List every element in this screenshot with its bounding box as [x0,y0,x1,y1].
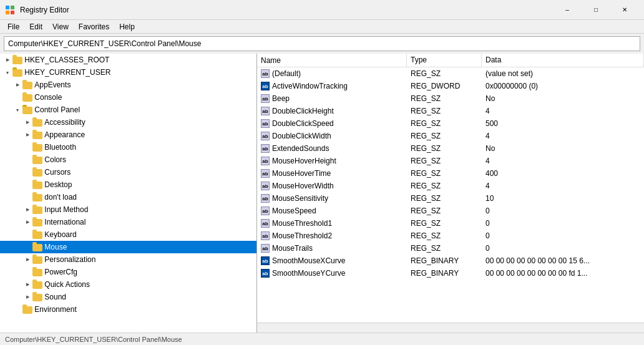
detail-row[interactable]: abMouseSpeedREG_SZ0 [257,205,644,217]
detail-row[interactable]: abMouseThreshold2REG_SZ0 [257,230,644,242]
expand-appearance[interactable] [22,129,32,141]
expand-hkcr[interactable] [2,54,12,66]
svg-rect-2 [6,11,9,14]
cell-name: abDoubleClickHeight [257,106,407,115]
detail-row[interactable]: abMouseTrailsREG_SZ0 [257,242,644,255]
expand-appevents[interactable] [12,79,22,91]
detail-row[interactable]: abMouseSensitivityREG_SZ10 [257,192,644,205]
detail-rows[interactable]: ab(Default)REG_SZ(value not set)abActive… [257,67,644,323]
cell-data: 4 [482,157,644,165]
tree-item-powercfg[interactable]: PowerCfg [0,266,256,278]
tree-item-appearance[interactable]: Appearance [0,129,256,141]
cell-name: abMouseThreshold2 [257,231,407,240]
detail-row[interactable]: abExtendedSoundsREG_SZNo [257,142,644,155]
expand-hkcu[interactable] [2,66,12,79]
menu-favorites[interactable]: Favorites [74,21,114,32]
cell-type: REG_SZ [407,144,482,153]
menu-help[interactable]: Help [114,21,140,32]
cell-data: 0x00000000 (0) [482,82,644,90]
expand-personalization[interactable] [22,253,32,266]
window-controls: – □ ✕ [553,0,639,20]
col-header-type[interactable]: Type [407,54,482,67]
tree-item-international[interactable]: International [0,216,256,228]
col-header-data[interactable]: Data [482,54,644,67]
expand-controlpanel[interactable] [12,104,22,116]
detail-hscroll[interactable] [257,323,644,333]
expand-quickactions[interactable] [22,278,32,291]
detail-row[interactable]: abMouseHoverWidthREG_SZ4 [257,180,644,192]
detail-row[interactable]: abMouseThreshold1REG_SZ0 [257,217,644,230]
close-button[interactable]: ✕ [610,0,639,20]
col-header-name[interactable]: Name [257,54,407,67]
tree-item-inputmethod[interactable]: Input Method [0,203,256,216]
tree-label-personalization: Personalization [44,255,95,264]
tree-item-keyboard[interactable]: Keyboard [0,228,256,241]
cell-type: REG_SZ [407,207,482,215]
menu-file[interactable]: File [2,21,24,32]
cell-name: abMouseHoverHeight [257,156,407,165]
cell-data: 0 [482,231,644,240]
tree-label-hkcr: HKEY_CLASSES_ROOT [24,56,109,64]
tree-item-colors[interactable]: Colors [0,153,256,166]
cell-type: REG_SZ [407,219,482,228]
cell-type: REG_SZ [407,157,482,165]
reg-value-icon: ab [261,119,270,128]
tree-label-sound: Sound [44,293,66,301]
tree-item-accessibility[interactable]: Accessibility [0,116,256,129]
reg-value-icon: ab [261,181,270,190]
expand-accessibility[interactable] [22,116,32,129]
title-bar: Registry Editor – □ ✕ [0,0,644,20]
tree-pane: HKEY_CLASSES_ROOT HKEY_CURRENT_USER AppE… [0,54,257,333]
detail-row[interactable]: abDoubleClickSpeedREG_SZ500 [257,117,644,130]
detail-row[interactable]: ab(Default)REG_SZ(value not set) [257,67,644,80]
tree-item-sound[interactable]: Sound [0,291,256,303]
cell-data: 4 [482,132,644,140]
detail-row[interactable]: abSmoothMouseXCurveREG_BINARY00 00 00 00… [257,255,644,267]
reg-value-icon: ab [261,231,270,240]
tree-label-accessibility: Accessibility [44,118,85,127]
tree-item-hkcr[interactable]: HKEY_CLASSES_ROOT [0,54,256,66]
tree-item-quickactions[interactable]: Quick Actions [0,278,256,291]
minimize-button[interactable]: – [553,0,582,20]
tree-label-inputmethod: Input Method [44,205,88,214]
address-bar[interactable]: Computer\HKEY_CURRENT_USER\Control Panel… [4,36,640,51]
detail-row[interactable]: abDoubleClickWidthREG_SZ4 [257,130,644,142]
folder-icon-dontload [32,194,42,202]
tree-item-environment[interactable]: Environment [0,303,256,316]
tree-item-controlpanel[interactable]: Control Panel [0,104,256,116]
detail-row[interactable]: abMouseHoverTimeREG_SZ400 [257,167,644,180]
expand-keyboard [22,228,32,241]
expand-bluetooth [22,141,32,153]
detail-row[interactable]: abDoubleClickHeightREG_SZ4 [257,105,644,117]
tree-item-cursors[interactable]: Cursors [0,166,256,178]
tree-item-personalization[interactable]: Personalization [0,253,256,266]
detail-row[interactable]: abBeepREG_SZNo [257,92,644,105]
tree-item-hkcu[interactable]: HKEY_CURRENT_USER [0,66,256,79]
detail-row[interactable]: abSmoothMouseYCurveREG_BINARY00 00 00 00… [257,267,644,279]
detail-header: Name Type Data [257,54,644,67]
tree-label-bluetooth: Bluetooth [44,143,76,152]
tree-item-desktop[interactable]: Desktop [0,178,256,191]
detail-row[interactable]: abMouseHoverHeightREG_SZ4 [257,155,644,167]
maximize-button[interactable]: □ [582,0,610,20]
menu-edit[interactable]: Edit [24,21,47,32]
tree-item-mouse[interactable]: Mouse [0,241,256,253]
detail-row[interactable]: abActiveWindowTrackingREG_DWORD0x0000000… [257,80,644,92]
expand-international[interactable] [22,216,32,228]
tree-item-bluetooth[interactable]: Bluetooth [0,141,256,153]
tree-label-console: Console [34,93,62,102]
folder-icon-cursors [32,169,42,177]
cell-data: 00 00 00 00 00 00 00 00 15 6... [482,256,644,265]
folder-icon-keyboard [32,231,42,239]
tree-scroll[interactable]: HKEY_CLASSES_ROOT HKEY_CURRENT_USER AppE… [0,54,256,333]
tree-item-console[interactable]: Console [0,91,256,104]
cell-data: 4 [482,182,644,190]
tree-item-appevents[interactable]: AppEvents [0,79,256,91]
menu-view[interactable]: View [47,21,74,32]
expand-sound[interactable] [22,291,32,303]
tree-label-international: International [44,218,85,226]
expand-powercfg [22,266,32,278]
cell-data: 500 [482,119,644,128]
expand-inputmethod[interactable] [22,203,32,216]
tree-item-dontload[interactable]: don't load [0,191,256,203]
